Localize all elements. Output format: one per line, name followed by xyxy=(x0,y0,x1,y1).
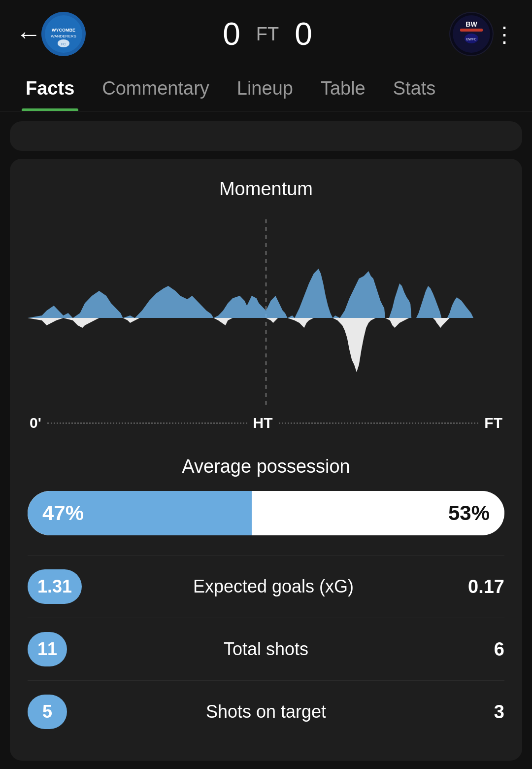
stat-value-shots-on-target: 3 xyxy=(465,701,504,723)
tab-lineup[interactable]: Lineup xyxy=(223,64,307,111)
timeline: 0' HT FT xyxy=(28,415,504,431)
stat-badge-shots: 11 xyxy=(28,632,67,666)
timeline-mid: HT xyxy=(253,415,273,431)
home-score: 0 xyxy=(223,16,240,52)
header: ← WYCOMBE WANDERERS FC 0 FT 0 BW BWFC ⋮ xyxy=(0,0,532,64)
svg-text:WYCOMBE: WYCOMBE xyxy=(52,28,75,33)
possession-home: 47% xyxy=(28,491,252,535)
stat-row-xg: 1.31 Expected goals (xG) 0.17 xyxy=(28,555,504,618)
momentum-title: Momentum xyxy=(28,178,504,200)
back-button[interactable]: ← xyxy=(16,19,41,49)
possession-away: 53% xyxy=(252,491,504,535)
tabs-container: Facts Commentary Lineup Table Stats xyxy=(0,64,532,111)
more-options-button[interactable]: ⋮ xyxy=(494,22,516,47)
score-area: 0 FT 0 xyxy=(86,16,449,52)
main-stats-card: Momentum 0' HT FT Average possession xyxy=(10,159,522,761)
away-team-logo[interactable]: BW BWFC xyxy=(449,12,494,56)
score-card-partial xyxy=(10,121,522,151)
tab-facts[interactable]: Facts xyxy=(12,64,88,111)
svg-text:FC: FC xyxy=(61,42,66,46)
stat-row-shots-on-target: 5 Shots on target 3 xyxy=(28,680,504,743)
svg-rect-9 xyxy=(460,29,483,32)
stat-row-shots: 11 Total shots 6 xyxy=(28,618,504,680)
match-status: FT xyxy=(256,24,279,45)
content-area: Momentum 0' HT FT Average possession xyxy=(0,111,532,761)
stat-badge-xg: 1.31 xyxy=(28,569,82,604)
timeline-dots-left xyxy=(47,422,247,424)
svg-text:BW: BW xyxy=(466,20,477,28)
stat-badge-shots-on-target: 5 xyxy=(28,695,67,729)
stat-value-xg: 0.17 xyxy=(465,576,504,597)
away-team-badge: BW BWFC xyxy=(450,13,493,55)
tab-commentary[interactable]: Commentary xyxy=(88,64,223,111)
momentum-chart xyxy=(28,219,504,407)
tab-table[interactable]: Table xyxy=(307,64,379,111)
stat-label-shots-on-target: Shots on target xyxy=(67,701,465,722)
away-score: 0 xyxy=(295,16,312,52)
tab-stats[interactable]: Stats xyxy=(379,64,450,111)
possession-bar: 47% 53% xyxy=(28,491,504,535)
svg-text:WANDERERS: WANDERERS xyxy=(51,34,76,38)
timeline-start: 0' xyxy=(30,415,41,431)
possession-home-pct: 47% xyxy=(42,501,84,525)
stat-label-xg: Expected goals (xG) xyxy=(82,576,465,597)
timeline-dots-right xyxy=(279,422,479,424)
home-team-logo[interactable]: WYCOMBE WANDERERS FC xyxy=(41,12,86,56)
home-team-badge: WYCOMBE WANDERERS FC xyxy=(42,13,85,55)
possession-away-pct: 53% xyxy=(448,501,490,525)
possession-title: Average possession xyxy=(28,456,504,477)
stat-value-shots: 6 xyxy=(465,639,504,660)
svg-text:BWFC: BWFC xyxy=(466,37,477,41)
stat-label-shots: Total shots xyxy=(67,639,465,660)
timeline-end: FT xyxy=(484,415,502,431)
